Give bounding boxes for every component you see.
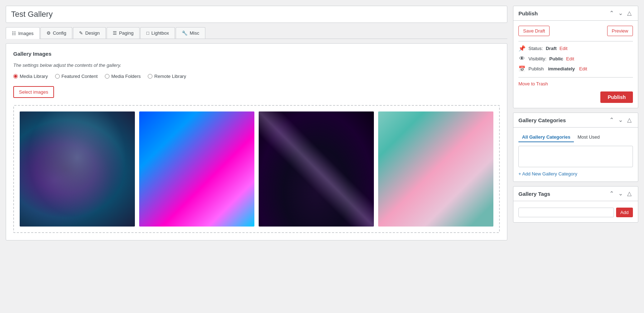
status-value: Draft	[546, 46, 556, 51]
gallery-image-4[interactable]	[378, 111, 493, 227]
tags-input[interactable]	[518, 208, 614, 217]
gallery-tags-header: Gallery Tags ⌃ ⌄ △	[513, 187, 638, 201]
calendar-icon: 📅	[518, 65, 526, 72]
publish-edit-link[interactable]: Edit	[579, 66, 587, 71]
tab-images[interactable]: ☷ Images	[6, 27, 40, 39]
gallery-categories-title: Gallery Categories	[518, 117, 566, 123]
status-label: Status:	[528, 46, 543, 51]
add-tag-button[interactable]: Add	[616, 208, 633, 217]
publish-label: Publish	[528, 66, 544, 71]
preview-button[interactable]: Preview	[607, 26, 633, 36]
add-category-link[interactable]: + Add New Gallery Category	[518, 171, 577, 177]
wrench-icon: 🔧	[182, 30, 187, 36]
images-grid	[20, 111, 493, 227]
gear-icon: ⚙	[47, 30, 51, 36]
brush-icon: ✎	[79, 30, 83, 36]
publish-actions: Save Draft Preview	[518, 26, 633, 36]
publish-panel-header: Publish ⌃ ⌄ △	[513, 6, 638, 21]
status-row: 📌 Status: Draft Edit	[518, 45, 633, 52]
tags-collapse-down[interactable]: ⌄	[617, 190, 624, 197]
cat-tab-most-used[interactable]: Most Used	[574, 133, 603, 142]
source-radio-group: Media Library Featured Content Media Fol…	[13, 74, 500, 79]
publish-header-controls: ⌃ ⌄ △	[608, 10, 633, 17]
tab-design[interactable]: ✎ Design	[73, 27, 106, 39]
status-icon: 📌	[518, 45, 526, 52]
publish-panel-body: Save Draft Preview 📌 Status: Draft Edit …	[513, 21, 638, 108]
list-icon: ☰	[113, 30, 117, 36]
publish-panel: Publish ⌃ ⌄ △ Save Draft Preview 📌 Statu…	[513, 6, 638, 108]
publish-toggle[interactable]: △	[626, 10, 633, 17]
tab-misc[interactable]: 🔧 Misc	[176, 27, 205, 39]
gallery-image-2[interactable]	[139, 111, 254, 227]
tab-config[interactable]: ⚙ Config	[40, 27, 73, 39]
images-grid-container	[13, 105, 500, 233]
publish-button-row: Publish	[518, 91, 633, 103]
cat-tab-all[interactable]: All Gallery Categories	[518, 133, 574, 142]
gallery-tags-title: Gallery Tags	[518, 191, 550, 197]
gallery-images-panel: Gallery Images The settings below adjust…	[6, 43, 507, 240]
publish-when: immediately	[548, 66, 575, 71]
grid-icon: ☷	[12, 31, 16, 36]
status-edit-link[interactable]: Edit	[560, 46, 567, 51]
publish-button[interactable]: Publish	[600, 91, 633, 103]
publish-collapse-down[interactable]: ⌄	[617, 10, 624, 17]
tags-toggle[interactable]: △	[626, 190, 633, 197]
tags-collapse-up[interactable]: ⌃	[608, 190, 615, 197]
move-to-trash-link[interactable]: Move to Trash	[518, 81, 633, 86]
select-images-button[interactable]: Select images	[13, 86, 54, 98]
gallery-categories-body: All Gallery Categories Most Used + Add N…	[513, 128, 638, 182]
divider-2	[518, 77, 633, 78]
source-media-folders[interactable]: Media Folders	[105, 74, 141, 79]
categories-collapse-up[interactable]: ⌃	[608, 116, 615, 124]
tab-lightbox[interactable]: □ Lightbox	[140, 27, 175, 39]
gallery-images-title: Gallery Images	[13, 51, 500, 57]
gallery-image-3[interactable]	[259, 111, 374, 227]
lightbox-icon: □	[146, 30, 149, 36]
categories-collapse-down[interactable]: ⌄	[617, 116, 624, 124]
gallery-categories-panel: Gallery Categories ⌃ ⌄ △ All Gallery Cat…	[513, 113, 638, 182]
tab-paging[interactable]: ☰ Paging	[107, 27, 140, 39]
visibility-row: 👁 Visibility: Public Edit	[518, 55, 633, 62]
visibility-label: Visibility:	[528, 56, 546, 61]
gallery-categories-tabs: All Gallery Categories Most Used	[518, 133, 633, 142]
gallery-tags-input-row: Add	[518, 208, 633, 217]
gallery-tags-panel: Gallery Tags ⌃ ⌄ △ Add	[513, 186, 638, 223]
save-draft-button[interactable]: Save Draft	[518, 26, 550, 36]
gallery-title-input[interactable]	[6, 6, 507, 23]
publish-collapse-up[interactable]: ⌃	[608, 10, 615, 17]
source-remote-library[interactable]: Remote Library	[148, 74, 186, 79]
visibility-edit-link[interactable]: Edit	[566, 56, 574, 61]
gallery-tags-body: Add	[513, 201, 638, 222]
tabs-bar: ☷ Images ⚙ Config ✎ Design ☰ Paging □ Li…	[6, 27, 507, 39]
gallery-categories-controls: ⌃ ⌄ △	[608, 116, 633, 124]
gallery-tags-controls: ⌃ ⌄ △	[608, 190, 633, 197]
visibility-value: Public	[549, 56, 563, 61]
gallery-note: The settings below adjust the contents o…	[13, 63, 500, 68]
publish-meta: 📌 Status: Draft Edit 👁 Visibility: Publi…	[518, 45, 633, 72]
gallery-categories-header: Gallery Categories ⌃ ⌄ △	[513, 113, 638, 128]
divider-1	[518, 41, 633, 41]
source-featured-content[interactable]: Featured Content	[55, 74, 98, 79]
gallery-image-1[interactable]	[20, 111, 135, 227]
sidebar: Publish ⌃ ⌄ △ Save Draft Preview 📌 Statu…	[513, 6, 638, 307]
main-area: ☷ Images ⚙ Config ✎ Design ☰ Paging □ Li…	[6, 6, 507, 307]
categories-list-box	[518, 146, 633, 167]
publish-panel-title: Publish	[518, 10, 538, 16]
categories-toggle[interactable]: △	[626, 116, 633, 124]
visibility-icon: 👁	[518, 55, 526, 62]
publish-time-row: 📅 Publish immediately Edit	[518, 65, 633, 72]
source-media-library[interactable]: Media Library	[13, 74, 48, 79]
